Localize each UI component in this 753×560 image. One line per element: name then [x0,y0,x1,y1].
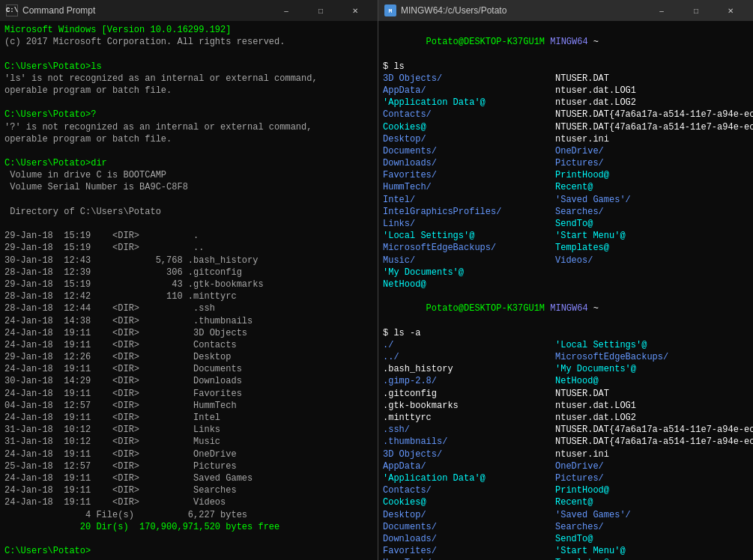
mingw-prompt-ls-a: Potato@DESKTOP-K37GU1M MINGW64 ~ [383,290,749,327]
lsa-row-13: Contacts/ PrintHood@ [383,484,749,496]
mingw-window: M MINGW64:/c/Users/Potato – □ ✕ Potato@D… [378,0,753,560]
lsa-row-15: Desktop/ 'Saved Games'/ [383,509,749,521]
cmd-maximize-button[interactable]: □ [304,0,337,21]
cmd-icon: C:\ [6,4,18,16]
lsa-row-11: AppData/ OneDrive/ [383,460,749,472]
cmd-dir-2: 29-Jan-18 15:19 <DIR> .. [4,242,373,254]
lsa-row-16: Documents/ Searches/ [383,521,749,533]
mingw-ls-cmd: $ ls [383,61,749,73]
mingw-prompt-ls: Potato@DESKTOP-K37GU1M MINGW64 ~ [383,24,749,61]
cmd-dir-11: 29-Jan-18 12:26 <DIR> Desktop [4,351,373,363]
lsa-row-7: .minttyrc ntuser.dat.LOG2 [383,412,749,424]
cmd-summary-2: 20 Dir(s) 170,900,971,520 bytes free [4,521,373,533]
desktop: C:\ Command Prompt – □ ✕ Microsoft Windo… [0,0,753,560]
ls-row-18: NetHood@ [383,279,749,290]
mingw-titlebar: M MINGW64:/c/Users/Potato – □ ✕ [378,0,753,21]
cmd-dir-22: 24-Jan-18 19:11 <DIR> Searches [4,484,373,496]
mingw-minimize-button[interactable]: – [645,0,678,21]
ls-row-14: 'Local Settings'@ 'Start Menu'@ [383,230,749,242]
lsa-row-14: Cookies@ Recent@ [383,496,749,508]
cmd-minimize-button[interactable]: – [270,0,303,21]
cmd-blank-6 [4,533,373,545]
cmd-line-9: C:\Users\Potato>dir [4,157,373,169]
mingw-title: MINGW64:/c/Users/Potato [401,5,645,16]
cmd-dir-20: 25-Jan-18 12:57 <DIR> Pictures [4,460,373,472]
cmd-dir-1: 29-Jan-18 15:19 <DIR> . [4,230,373,242]
cmd-dir-17: 31-Jan-18 10:12 <DIR> Links [4,424,373,436]
lsa-row-12: 'Application Data'@ Pictures/ [383,472,749,484]
lsa-row-8: .ssh/ NTUSER.DAT{47a6a17a-a514-11e7-a94e… [383,424,749,436]
mingw-controls: – □ ✕ [645,0,747,21]
ls-row-7: Documents/ OneDrive/ [383,145,749,157]
prompt-user: Potato@DESKTOP-K37GU1M [426,37,545,47]
cmd-dir-12: 24-Jan-18 19:11 <DIR> Documents [4,363,373,375]
mingw-icon: M [384,4,396,16]
lsa-row-5: .gitconfig NTUSER.DAT [383,388,749,400]
cmd-line-10: Volume in drive C is BOOTCAMP [4,169,373,181]
cmd-line-1: Microsoft Windows [Version 10.0.16299.19… [4,24,373,36]
cmd-blank-4 [4,194,373,206]
cmd-line-7: '?' is not recognized as an internal or … [4,121,373,133]
cmd-line-2: (c) 2017 Microsoft Corporation. All righ… [4,36,373,48]
lsa-row-3: .bash_history 'My Documents'@ [383,363,749,375]
cmd-dir-21: 24-Jan-18 19:11 <DIR> Saved Games [4,472,373,484]
cmd-summary-1: 4 File(s) 6,227 bytes [4,509,373,521]
cmd-close-button[interactable]: ✕ [339,0,372,21]
prompt-mingw: MINGW64 [550,37,587,47]
ls-row-11: Intel/ 'Saved Games'/ [383,194,749,206]
cmd-line-5: operable program or batch file. [4,85,373,97]
cmd-content: Microsoft Windows [Version 10.0.16299.19… [0,21,378,560]
cmd-blank-2 [4,97,373,109]
prompt-tilde: ~ [588,37,599,47]
cmd-controls: – □ ✕ [270,0,372,21]
lsa-row-4: .gimp-2.8/ NetHood@ [383,375,749,387]
ls-row-3: 'Application Data'@ ntuser.dat.LOG2 [383,97,749,109]
lsa-row-6: .gtk-bookmarks ntuser.dat.LOG1 [383,400,749,412]
cmd-dir-4: 28-Jan-18 12:39 306 .gitconfig [4,267,373,279]
ls-row-4: Contacts/ NTUSER.DAT{47a6a17a-a514-11e7-… [383,109,749,121]
cmd-line-11: Volume Serial Number is BA9C-C8F8 [4,181,373,193]
cmd-line-6: C:\Users\Potato>? [4,109,373,121]
ls-row-2: AppData/ ntuser.dat.LOG1 [383,85,749,97]
cmd-dir-15: 04-Jan-18 12:57 <DIR> HummTech [4,400,373,412]
ls-row-10: HummTech/ Recent@ [383,181,749,193]
cmd-dir-10: 24-Jan-18 19:11 <DIR> Contacts [4,339,373,351]
ls-row-16: Music/ Videos/ [383,255,749,267]
cmd-blank-5 [4,218,373,230]
cmd-dir-14: 24-Jan-18 19:11 <DIR> Favorites [4,388,373,400]
cmd-dir-7: 28-Jan-18 12:44 <DIR> .ssh [4,302,373,314]
cmd-dir-16: 24-Jan-18 19:11 <DIR> Intel [4,412,373,424]
cmd-line-4: 'ls' is not recognized as an internal or… [4,73,373,85]
cmd-prompt-end: C:\Users\Potato> [4,545,373,557]
lsa-row-1: ./ 'Local Settings'@ [383,339,749,351]
cmd-titlebar: C:\ Command Prompt – □ ✕ [0,0,378,21]
mingw-ls-a-cmd: $ ls -a [383,327,749,339]
ls-row-12: IntelGraphicsProfiles/Searches/ [383,206,749,218]
cmd-blank-3 [4,145,373,157]
lsa-row-10: 3D Objects/ ntuser.ini [383,448,749,460]
lsa-row-2: ../ MicrosoftEdgeBackups/ [383,351,749,363]
cmd-window: C:\ Command Prompt – □ ✕ Microsoft Windo… [0,0,378,560]
lsa-row-18: Favorites/ 'Start Menu'@ [383,545,749,557]
cmd-dir-3: 30-Jan-18 12:43 5,768 .bash_history [4,255,373,267]
ls-row-13: Links/ SendTo@ [383,218,749,230]
cmd-dir-5: 29-Jan-18 15:19 43 .gtk-bookmarks [4,279,373,290]
ls-row-17: 'My Documents'@ [383,267,749,279]
cmd-line-8: operable program or batch file. [4,133,373,145]
mingw-close-button[interactable]: ✕ [714,0,747,21]
cmd-line-12: Directory of C:\Users\Potato [4,206,373,218]
cmd-dir-8: 24-Jan-18 14:38 <DIR> .thumbnails [4,315,373,327]
ls-row-6: Desktop/ ntuser.ini [383,133,749,145]
lsa-row-19: HummTech/ Templates@ [383,557,749,560]
cmd-dir-18: 31-Jan-18 10:12 <DIR> Music [4,436,373,448]
cmd-dir-19: 24-Jan-18 19:11 <DIR> OneDrive [4,448,373,460]
mingw-maximize-button[interactable]: □ [680,0,713,21]
ls-row-8: Downloads/ Pictures/ [383,157,749,169]
cmd-blank-1 [4,48,373,60]
cmd-dir-9: 24-Jan-18 19:11 <DIR> 3D Objects [4,327,373,339]
lsa-row-17: Downloads/ SendTo@ [383,533,749,545]
cmd-dir-13: 30-Jan-18 14:29 <DIR> Downloads [4,375,373,387]
mingw-content: Potato@DESKTOP-K37GU1M MINGW64 ~ $ ls 3D… [378,21,753,560]
ls-row-9: Favorites/ PrintHood@ [383,169,749,181]
cmd-title: Command Prompt [22,5,270,16]
